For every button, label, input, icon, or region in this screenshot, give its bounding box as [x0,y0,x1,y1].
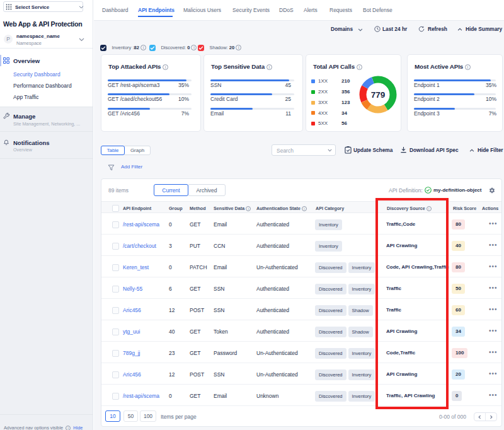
svg-text:779: 779 [371,90,386,100]
